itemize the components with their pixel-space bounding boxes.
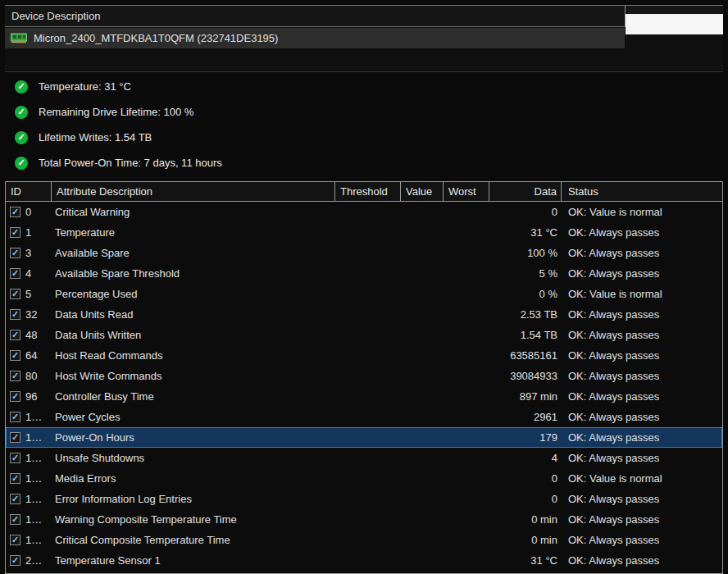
table-row[interactable]: ✓1…Unsafe Shutdowns4OK: Always passes [6, 448, 722, 468]
attribute-id: 1 [25, 226, 31, 239]
attribute-data: 2961 [489, 411, 562, 423]
attribute-id: 80 [25, 370, 37, 382]
table-row[interactable]: ✓3Available Spare100 %OK: Always passes [6, 243, 722, 263]
unthemed-region [626, 14, 723, 34]
attribute-status: OK: Value is normal [562, 206, 722, 218]
column-header-id[interactable]: ID [6, 182, 52, 201]
checked-checkbox-icon[interactable]: ✓ [10, 453, 20, 463]
attribute-description: Data Units Read [52, 308, 335, 321]
check-circle-icon: ✓ [15, 106, 28, 119]
attribute-data: 31 °C [489, 226, 562, 239]
table-row[interactable]: ✓1…Warning Composite Temperature Time0 m… [6, 509, 722, 530]
attribute-data: 39084933 [489, 370, 562, 382]
checked-checkbox-icon[interactable]: ✓ [10, 350, 20, 361]
table-row[interactable]: ✓5Percentage Used0 %OK: Value is normal [6, 284, 722, 304]
table-row[interactable]: ✓48Data Units Written1.54 TBOK: Always p… [6, 325, 722, 345]
attribute-data: 5 % [489, 267, 562, 280]
table-row[interactable]: ✓1Temperature31 °COK: Always passes [6, 222, 722, 243]
attribute-id: 1… [25, 472, 42, 485]
health-summary: ✓Temperature: 31 °C✓Remaining Drive Life… [15, 74, 222, 175]
checked-checkbox-icon[interactable]: ✓ [10, 371, 20, 381]
attribute-data: 63585161 [489, 349, 562, 362]
device-description-column-header[interactable]: Device Description [11, 10, 100, 22]
attribute-status: OK: Always passes [562, 247, 722, 259]
attribute-description: Data Units Written [52, 329, 335, 341]
table-row[interactable]: ✓1…Power Cycles2961OK: Always passes [6, 407, 722, 427]
attribute-id: 1… [25, 452, 42, 464]
checked-checkbox-icon[interactable]: ✓ [10, 412, 20, 422]
table-row[interactable]: ✓32Data Units Read2.53 TBOK: Always pass… [6, 304, 722, 325]
attribute-description: Error Information Log Entries [52, 493, 335, 505]
attribute-rows: ✓0Critical Warning0OK: Value is normal✓1… [6, 202, 722, 571]
attribute-description: Host Write Commands [52, 370, 335, 382]
attribute-id: 1… [25, 431, 42, 444]
attribute-id: 5 [25, 288, 31, 300]
attribute-status: OK: Always passes [562, 534, 722, 546]
attribute-status: OK: Always passes [562, 349, 722, 362]
attribute-id: 3 [25, 247, 31, 259]
table-row[interactable]: ✓1…Error Information Log Entries0OK: Alw… [6, 489, 722, 509]
column-header-data[interactable]: Data [489, 182, 562, 201]
table-row[interactable]: ✓1…Power-On Hours179OK: Always passes [6, 427, 722, 448]
attribute-id: 2… [25, 554, 42, 567]
attribute-description: Power Cycles [52, 411, 335, 423]
attribute-id: 0 [25, 206, 31, 218]
check-circle-icon: ✓ [15, 80, 28, 93]
attribute-status: OK: Always passes [562, 452, 722, 464]
attribute-status: OK: Always passes [562, 493, 722, 505]
summary-label: Temperature: 31 °C [39, 80, 131, 93]
table-row[interactable]: ✓0Critical Warning0OK: Value is normal [6, 202, 722, 222]
checked-checkbox-icon[interactable]: ✓ [10, 289, 20, 299]
table-row[interactable]: ✓96Controller Busy Time897 minOK: Always… [6, 386, 722, 407]
table-row[interactable]: ✓80Host Write Commands39084933OK: Always… [6, 366, 722, 386]
checked-checkbox-icon[interactable]: ✓ [10, 494, 20, 504]
column-header-status[interactable]: Status [562, 182, 722, 201]
checked-checkbox-icon[interactable]: ✓ [10, 432, 20, 443]
attribute-description: Critical Warning [52, 206, 335, 218]
checked-checkbox-icon[interactable]: ✓ [10, 535, 20, 545]
checked-checkbox-icon[interactable]: ✓ [10, 309, 20, 320]
device-name: Micron_2400_MTFDKBA1T0QFM (232741DE3195) [34, 32, 278, 44]
attribute-data: 179 [489, 431, 562, 444]
checked-checkbox-icon[interactable]: ✓ [10, 514, 20, 525]
summary-label: Total Power-On Time: 7 days, 11 hours [39, 157, 222, 169]
attribute-description: Available Spare [52, 247, 335, 259]
attribute-description: Temperature [52, 226, 335, 239]
table-row[interactable]: ✓1…Media Errors0OK: Value is normal [6, 468, 722, 489]
attribute-status: OK: Always passes [562, 267, 722, 280]
attribute-data: 0 [489, 206, 562, 218]
attribute-data: 0 [489, 493, 562, 505]
attribute-status: OK: Always passes [562, 226, 722, 239]
attribute-status: OK: Always passes [562, 370, 722, 382]
attribute-id: 48 [25, 329, 37, 341]
drive-icon [11, 33, 27, 43]
attribute-description: Host Read Commands [52, 349, 335, 362]
attribute-status: OK: Always passes [562, 554, 722, 567]
summary-item: ✓Lifetime Writes: 1.54 TB [15, 125, 222, 150]
checked-checkbox-icon[interactable]: ✓ [10, 207, 20, 217]
column-header-threshold[interactable]: Threshold [335, 182, 401, 201]
column-header-attribute-description[interactable]: Attribute Description [52, 182, 335, 201]
checked-checkbox-icon[interactable]: ✓ [10, 473, 20, 484]
attribute-data: 4 [489, 452, 562, 464]
checked-checkbox-icon[interactable]: ✓ [10, 330, 20, 340]
column-header-value[interactable]: Value [401, 182, 444, 201]
checked-checkbox-icon[interactable]: ✓ [10, 391, 20, 402]
column-header-worst[interactable]: Worst [444, 182, 489, 201]
device-list-panel: Device Description Micron_2400_MTFDKBA1T… [5, 5, 723, 72]
attribute-status: OK: Always passes [562, 329, 722, 341]
checked-checkbox-icon[interactable]: ✓ [10, 227, 20, 238]
table-row[interactable]: ✓2…Temperature Sensor 131 °COK: Always p… [6, 550, 722, 571]
table-row[interactable]: ✓1…Critical Composite Temperature Time0 … [6, 530, 722, 550]
table-row[interactable]: ✓4Available Spare Threshold5 %OK: Always… [6, 263, 722, 284]
summary-item: ✓Remaining Drive Lifetime: 100 % [15, 99, 222, 125]
checked-checkbox-icon[interactable]: ✓ [10, 555, 20, 566]
device-row[interactable]: Micron_2400_MTFDKBA1T0QFM (232741DE3195) [5, 28, 625, 48]
attribute-data: 1.54 TB [489, 329, 562, 341]
table-row[interactable]: ✓64Host Read Commands63585161OK: Always … [6, 345, 722, 366]
checked-checkbox-icon[interactable]: ✓ [10, 248, 20, 258]
attribute-status: OK: Always passes [562, 431, 722, 444]
attribute-description: Controller Busy Time [52, 390, 335, 403]
checked-checkbox-icon[interactable]: ✓ [10, 268, 20, 279]
attribute-data: 31 °C [489, 554, 562, 567]
